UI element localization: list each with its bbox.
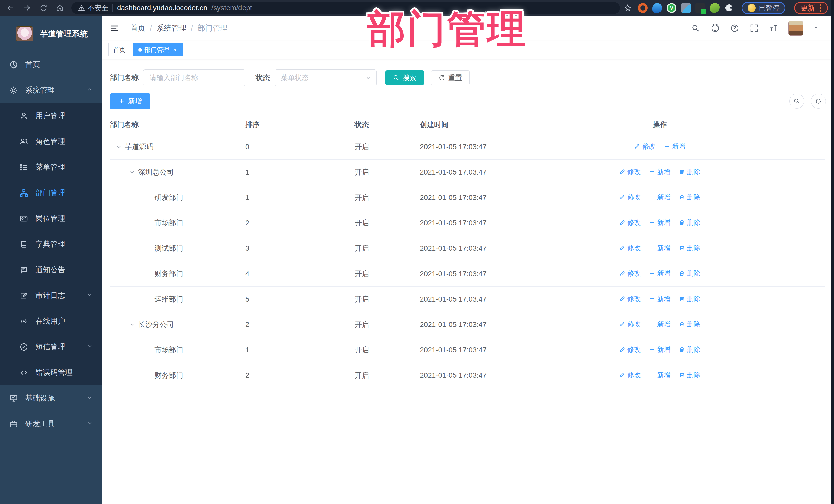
sidebar-item-announcement[interactable]: 通知公告 bbox=[0, 257, 102, 283]
table-tools bbox=[789, 94, 826, 109]
dept-table: 部门名称 排序 状态 创建时间 操作 芋道源码 0 开启 bbox=[110, 115, 825, 388]
delete-action-link[interactable]: 删除 bbox=[679, 219, 700, 226]
tag-home[interactable]: 首页 bbox=[108, 43, 130, 57]
edit-action-link[interactable]: 修改 bbox=[619, 295, 641, 302]
add-action-link[interactable]: 新增 bbox=[649, 321, 671, 327]
browser-update-button[interactable]: 更新 bbox=[794, 2, 828, 14]
expand-caret-icon[interactable] bbox=[128, 321, 136, 328]
menu-dots-icon[interactable] bbox=[820, 4, 821, 12]
sidebar-item-user-management[interactable]: 用户管理 bbox=[0, 103, 102, 129]
edit-action-link[interactable]: 修改 bbox=[619, 245, 641, 251]
sidebar-item-sms-management[interactable]: 短信管理 bbox=[0, 334, 102, 360]
delete-action-link[interactable]: 删除 bbox=[679, 245, 700, 251]
add-action-link[interactable]: 新增 bbox=[649, 168, 671, 175]
hide-search-button[interactable] bbox=[789, 94, 804, 109]
edit-action-link[interactable]: 修改 bbox=[619, 270, 641, 277]
add-action-link[interactable]: 新增 bbox=[649, 194, 671, 200]
profile-paused-badge[interactable]: 已暂停 bbox=[742, 2, 786, 14]
github-icon[interactable] bbox=[710, 23, 720, 33]
address-bar[interactable]: 不安全 dashboard.yudao.iocoder.cn/system/de… bbox=[71, 2, 620, 14]
edit-action-link[interactable]: 修改 bbox=[619, 219, 641, 226]
search-icon[interactable] bbox=[691, 23, 701, 33]
pencil-icon bbox=[619, 219, 626, 225]
add-action-link[interactable]: 新增 bbox=[649, 372, 671, 378]
pencil-icon bbox=[619, 346, 626, 353]
edit-action-link[interactable]: 修改 bbox=[619, 346, 641, 353]
edit-action-link[interactable]: 修改 bbox=[619, 194, 641, 200]
edit-action-link[interactable]: 修改 bbox=[619, 372, 641, 378]
dept-created: 2021-01-05 17:03:47 bbox=[410, 287, 551, 312]
bookmark-star-icon[interactable] bbox=[622, 4, 633, 12]
dept-status: 开启 bbox=[340, 312, 410, 337]
dept-name: 运维部门 bbox=[154, 295, 183, 303]
status-select-input[interactable] bbox=[275, 69, 377, 86]
sidebar-item-dept-management[interactable]: 部门管理 bbox=[0, 180, 102, 206]
extensions-puzzle-icon[interactable] bbox=[724, 3, 734, 13]
tag-dept-management[interactable]: 部门管理 bbox=[133, 43, 183, 57]
search-button[interactable]: 搜索 bbox=[386, 70, 424, 85]
add-action-link[interactable]: 新增 bbox=[649, 270, 671, 277]
forward-icon[interactable] bbox=[23, 4, 31, 12]
extension-icons: V bbox=[638, 3, 734, 13]
fullscreen-icon[interactable] bbox=[749, 23, 759, 33]
reset-button[interactable]: 重置 bbox=[431, 70, 469, 85]
add-action-link[interactable]: 新增 bbox=[664, 143, 685, 150]
home-icon[interactable] bbox=[56, 4, 64, 12]
back-icon[interactable] bbox=[6, 4, 15, 12]
reload-icon[interactable] bbox=[39, 4, 48, 12]
expand-caret-icon[interactable] bbox=[128, 169, 136, 176]
hamburger-icon[interactable] bbox=[109, 23, 119, 34]
font-size-icon[interactable] bbox=[769, 23, 778, 33]
dept-name-input[interactable] bbox=[143, 69, 245, 86]
sidebar-item-home[interactable]: 首页 bbox=[0, 52, 102, 78]
delete-action-link[interactable]: 删除 bbox=[679, 194, 700, 200]
caret-down-icon[interactable] bbox=[813, 25, 819, 31]
help-icon[interactable] bbox=[730, 23, 740, 33]
page-content: 部门名称 状态 搜索 重置 bbox=[102, 59, 834, 504]
delete-action-link[interactable]: 删除 bbox=[679, 372, 700, 378]
sidebar-item-role-management[interactable]: 角色管理 bbox=[0, 129, 102, 154]
breadcrumb-home[interactable]: 首页 bbox=[130, 23, 145, 34]
delete-action-link[interactable]: 删除 bbox=[679, 168, 700, 175]
add-action-link[interactable]: 新增 bbox=[649, 295, 671, 302]
sidebar-item-label: 部门管理 bbox=[36, 188, 65, 198]
sidebar-item-post-management[interactable]: 岗位管理 bbox=[0, 206, 102, 232]
expand-caret-icon[interactable] bbox=[114, 144, 123, 150]
add-dept-button[interactable]: 新增 bbox=[110, 93, 150, 109]
sidebar-item-label: 审计日志 bbox=[36, 290, 65, 301]
edit-action-link[interactable]: 修改 bbox=[634, 143, 656, 150]
add-action-link[interactable]: 新增 bbox=[649, 245, 671, 251]
refresh-table-button[interactable] bbox=[811, 94, 826, 109]
edit-action-link[interactable]: 修改 bbox=[619, 168, 641, 175]
add-action-link[interactable]: 新增 bbox=[649, 219, 671, 226]
delete-action-link[interactable]: 删除 bbox=[679, 295, 700, 302]
extension-orange-icon[interactable] bbox=[638, 3, 648, 13]
add-action-link[interactable]: 新增 bbox=[649, 346, 671, 353]
sidebar-item-online-users[interactable]: 在线用户 bbox=[0, 308, 102, 334]
delete-action-link[interactable]: 删除 bbox=[679, 346, 700, 353]
sidebar-item-dict-management[interactable]: 字典管理 bbox=[0, 232, 102, 257]
sidebar-item-system-management[interactable]: 系统管理 bbox=[0, 78, 102, 103]
chevron-down-icon bbox=[86, 420, 93, 428]
extension-green-v-icon[interactable]: V bbox=[667, 3, 676, 13]
delete-action-link[interactable]: 删除 bbox=[679, 270, 700, 277]
user-avatar[interactable] bbox=[788, 21, 803, 36]
extension-blue-drop-icon[interactable] bbox=[652, 3, 662, 13]
page: 不安全 dashboard.yudao.iocoder.cn/system/de… bbox=[0, 0, 834, 504]
extension-green-figure-icon[interactable] bbox=[710, 3, 720, 13]
close-icon[interactable] bbox=[172, 47, 178, 53]
extension-grid-icon[interactable] bbox=[681, 3, 691, 13]
breadcrumb-system[interactable]: 系统管理 bbox=[156, 23, 186, 34]
dept-created: 2021-01-05 17:03:47 bbox=[410, 134, 551, 160]
sidebar-item-menu-management[interactable]: 菜单管理 bbox=[0, 154, 102, 180]
app-logo[interactable]: 芋道管理系统 bbox=[0, 16, 102, 52]
edit-action-link[interactable]: 修改 bbox=[619, 321, 641, 327]
sidebar-item-dev-tools[interactable]: 研发工具 bbox=[0, 411, 102, 437]
sidebar-item-infrastructure[interactable]: 基础设施 bbox=[0, 386, 102, 411]
sidebar-item-error-code[interactable]: 错误码管理 bbox=[0, 360, 102, 386]
not-secure-warning[interactable]: 不安全 bbox=[78, 3, 108, 13]
delete-action-link[interactable]: 删除 bbox=[679, 321, 700, 327]
extension-on-badge-icon[interactable] bbox=[696, 3, 705, 13]
sidebar-item-audit-log[interactable]: 审计日志 bbox=[0, 283, 102, 308]
status-select[interactable] bbox=[275, 69, 377, 86]
